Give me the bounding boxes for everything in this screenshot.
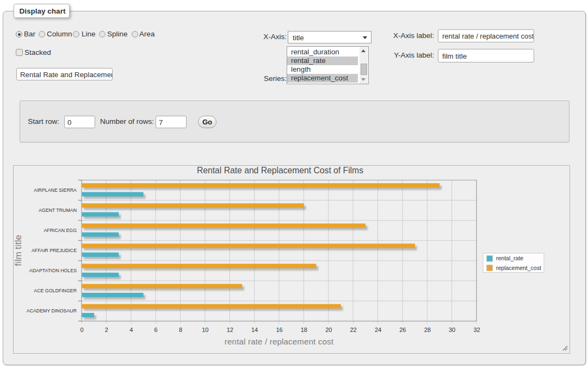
svg-text:AFFAIR PREJUDICE: AFFAIR PREJUDICE xyxy=(32,248,77,253)
svg-text:30: 30 xyxy=(449,327,455,333)
svg-text:Rental Rate and Replacement Co: Rental Rate and Replacement Cost of Film… xyxy=(197,166,363,175)
svg-text:ACADEMY DINOSAUR: ACADEMY DINOSAUR xyxy=(27,308,77,313)
svg-text:24: 24 xyxy=(375,327,381,333)
svg-text:AGENT TRUMAN: AGENT TRUMAN xyxy=(39,208,77,213)
svg-text:12: 12 xyxy=(227,327,233,333)
svg-text:4: 4 xyxy=(129,327,133,333)
svg-text:32: 32 xyxy=(473,327,480,333)
svg-text:rental rate / replacement cost: rental rate / replacement cost xyxy=(225,337,334,346)
svg-text:replacement_cost: replacement_cost xyxy=(496,265,541,271)
svg-text:20: 20 xyxy=(325,327,332,333)
svg-text:2: 2 xyxy=(105,327,108,333)
svg-text:16: 16 xyxy=(276,327,282,333)
svg-text:10: 10 xyxy=(202,327,208,333)
svg-text:rental_rate: rental_rate xyxy=(496,255,523,261)
svg-text:AIRPLANE SIERRA: AIRPLANE SIERRA xyxy=(34,187,77,193)
svg-text:18: 18 xyxy=(301,327,307,333)
svg-text:22: 22 xyxy=(350,327,356,333)
svg-text:6: 6 xyxy=(154,327,158,333)
svg-text:AFRICAN EGG: AFRICAN EGG xyxy=(44,228,77,233)
svg-text:film title: film title xyxy=(14,235,23,266)
svg-text:26: 26 xyxy=(399,327,406,333)
svg-text:0: 0 xyxy=(80,327,83,333)
svg-text:ADAPTATION HOLES: ADAPTATION HOLES xyxy=(29,268,77,273)
svg-text:8: 8 xyxy=(179,327,182,333)
svg-text:14: 14 xyxy=(251,327,258,333)
svg-text:28: 28 xyxy=(424,327,431,333)
svg-text:ACE GOLDFINGER: ACE GOLDFINGER xyxy=(34,288,77,293)
